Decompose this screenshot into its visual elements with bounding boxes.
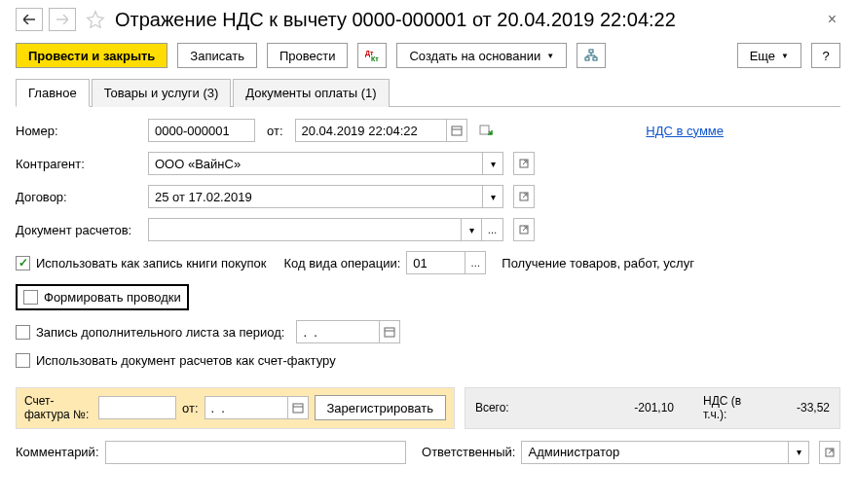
dropdown-button[interactable]: ▾ (461, 218, 482, 241)
calendar-icon (451, 125, 463, 136)
vat-label: НДС (в т.ч.): (703, 394, 742, 421)
invoice-box: Счет-фактура №: от: Зарегистрировать (16, 387, 455, 429)
addsheet-date-input[interactable] (296, 320, 379, 343)
docrasch-input[interactable] (148, 218, 461, 241)
more-button[interactable]: Еще▼ (737, 43, 801, 68)
calendar-icon (292, 402, 304, 414)
open-button[interactable] (513, 218, 535, 241)
responsible-label: Ответственный: (422, 445, 515, 459)
dropdown-button[interactable]: ▾ (788, 441, 809, 464)
open-button[interactable] (819, 441, 840, 464)
svg-rect-11 (293, 404, 303, 413)
post-button[interactable]: Провести (267, 43, 349, 68)
page-title: Отражение НДС к вычету 0000-000001 от 20… (115, 9, 818, 31)
vat-value: -33,52 (771, 401, 830, 414)
tab-paydocs[interactable]: Документы оплаты (1) (233, 79, 389, 107)
contragent-input[interactable] (148, 152, 482, 175)
dtkt-icon: ДтКт (364, 49, 380, 62)
open-button[interactable] (513, 185, 535, 208)
total-label: Всего: (475, 401, 509, 414)
svg-rect-6 (480, 126, 489, 134)
caret-down-icon: ▼ (781, 52, 789, 60)
optype-input[interactable] (406, 251, 465, 274)
refresh-icon (479, 124, 493, 137)
form-entries-checkbox[interactable] (23, 290, 38, 305)
responsible-input[interactable] (521, 441, 788, 464)
svg-rect-10 (385, 328, 394, 337)
arrow-left-icon (23, 15, 35, 24)
svg-rect-3 (585, 57, 589, 60)
total-value: -201,10 (615, 401, 674, 414)
contragent-label: Контрагент: (16, 157, 142, 171)
svg-rect-5 (452, 126, 462, 135)
vat-mode-link[interactable]: НДС в сумме (646, 124, 724, 138)
ellipsis-button[interactable]: … (465, 251, 486, 274)
optype-desc: Получение товаров, работ, услуг (502, 256, 694, 270)
addsheet-label: Запись дополнительного листа за период: (36, 325, 284, 340)
svg-text:Кт: Кт (371, 55, 379, 62)
use-docrasch-checkbox[interactable] (16, 353, 30, 368)
open-icon (519, 192, 529, 201)
sf-number-input[interactable] (98, 396, 176, 419)
docrasch-label: Документ расчетов: (16, 223, 142, 237)
structure-button[interactable] (577, 43, 606, 68)
refresh-icon-wrap[interactable] (479, 124, 493, 137)
form-entries-group: Формировать проводки (16, 284, 189, 310)
create-based-label: Создать на основании (409, 49, 540, 63)
sf-date-input[interactable] (205, 396, 287, 419)
post-and-close-button[interactable]: Провести и закрыть (16, 43, 167, 68)
dropdown-button[interactable]: ▾ (482, 152, 503, 175)
close-button[interactable]: × (824, 11, 840, 28)
comment-label: Комментарий: (16, 445, 99, 459)
totals-box: Всего: -201,10 НДС (в т.ч.): -33,52 (465, 387, 840, 429)
svg-rect-4 (593, 57, 597, 60)
calendar-button[interactable] (446, 119, 467, 142)
contract-input[interactable] (148, 185, 482, 208)
star-icon[interactable] (86, 10, 105, 29)
number-input[interactable] (148, 119, 255, 142)
number-label: Номер: (16, 124, 142, 138)
arrow-right-icon (56, 15, 68, 24)
open-button[interactable] (513, 152, 535, 175)
create-based-on-button[interactable]: Создать на основании▼ (396, 43, 567, 68)
sf-label: Счет-фактура №: (24, 394, 93, 422)
use-book-checkbox[interactable] (16, 256, 30, 270)
contract-label: Договор: (16, 190, 142, 204)
help-button[interactable]: ? (811, 43, 840, 68)
dtkt-button[interactable]: ДтКт (357, 43, 387, 68)
write-button[interactable]: Записать (177, 43, 257, 68)
ellipsis-button[interactable]: … (482, 218, 503, 241)
tab-main[interactable]: Главное (16, 79, 90, 107)
more-label: Еще (750, 49, 775, 63)
calendar-button[interactable] (287, 396, 309, 419)
addsheet-checkbox[interactable] (16, 325, 30, 340)
dropdown-button[interactable]: ▾ (482, 185, 503, 208)
register-button[interactable]: Зарегистрировать (315, 395, 446, 420)
open-icon (519, 159, 529, 168)
optype-label: Код вида операции: (283, 256, 400, 270)
structure-icon (584, 49, 598, 62)
calendar-button[interactable] (379, 320, 400, 343)
svg-rect-2 (589, 50, 593, 53)
tab-goods[interactable]: Товары и услуги (3) (92, 79, 232, 107)
sf-from-label: от: (182, 401, 199, 415)
form-entries-label: Формировать проводки (44, 290, 181, 305)
caret-down-icon: ▼ (546, 52, 554, 60)
nav-forward-button[interactable] (49, 8, 76, 31)
use-book-label: Использовать как запись книги покупок (36, 256, 266, 270)
date-input[interactable] (295, 119, 446, 142)
nav-back-button[interactable] (16, 8, 43, 31)
open-icon (519, 225, 529, 234)
open-icon (825, 448, 835, 457)
calendar-icon (384, 326, 395, 338)
from-label: от: (267, 124, 283, 138)
comment-input[interactable] (105, 441, 407, 464)
use-docrasch-label: Использовать документ расчетов как счет-… (36, 353, 336, 368)
